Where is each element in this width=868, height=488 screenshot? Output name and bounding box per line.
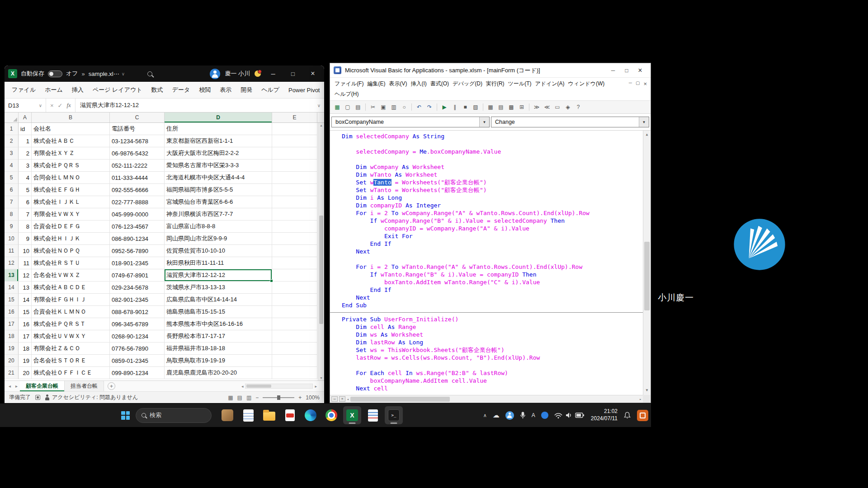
cell[interactable]: 秋田県秋田市11-11-11 [165,257,272,269]
whats-new-bulb-icon[interactable] [255,70,261,77]
cell[interactable]: 合同会社ＬＭＮＯ [32,172,110,184]
undo-icon[interactable]: ↶ [415,103,424,112]
row-header-11[interactable]: 11 [5,245,19,257]
close-button[interactable] [305,66,321,82]
cell[interactable] [272,233,317,245]
cell[interactable]: 6 [19,196,32,208]
hscroll-right-icon[interactable]: ▸ [315,384,317,389]
restore-button[interactable] [620,65,633,76]
menu-ファイル(F)[interactable]: ファイル(F) [333,79,365,89]
widgets-icon[interactable] [218,406,236,424]
cell[interactable]: 4 [19,172,32,184]
zoom-in-button[interactable]: + [298,394,302,401]
row-header-20[interactable]: 20 [5,355,19,367]
chevron-down-icon[interactable]: ▼ [479,117,489,127]
search-icon[interactable] [147,71,152,76]
menu-表示(V)[interactable]: 表示(V) [387,79,409,89]
cell[interactable]: 092-555-6666 [110,184,165,196]
hscroll-thumb[interactable] [350,397,450,402]
ribbon-tab-挿入[interactable]: 挿入 [67,83,88,97]
outdent-icon[interactable]: ≪ [542,103,552,112]
cell[interactable] [272,172,317,184]
cell[interactable]: 有限会社ＸＹＺ [32,147,110,160]
user-avatar[interactable] [210,69,220,79]
cell[interactable] [272,184,317,196]
onedrive-cloud-icon[interactable]: ☁ [493,411,500,419]
cell[interactable]: 20 [19,367,32,379]
toolbox-icon[interactable]: ⊞ [517,103,526,112]
row-header-4[interactable]: 4 [5,160,19,172]
cell[interactable] [272,269,317,282]
cell[interactable]: 有限会社ＶＷＸＹ [32,208,110,221]
row-header-6[interactable]: 6 [5,184,19,196]
workbook-title[interactable]: sample.xl⋯ ∨ [89,70,125,77]
sheet-nav-right-icon[interactable]: ▸ [13,384,20,389]
menu-アドイン(A)[interactable]: アドイン(A) [533,79,566,89]
cell[interactable]: 株式会社ＰＱＲＳ [32,160,110,172]
menu-編集(E)[interactable]: 編集(E) [365,79,387,89]
cell[interactable] [272,123,317,135]
row-header-19[interactable]: 19 [5,343,19,355]
row-header-1[interactable]: 1 [5,123,19,135]
cell[interactable]: 9 [19,233,32,245]
cell[interactable] [272,196,317,208]
cell[interactable]: 17 [19,330,32,343]
cell[interactable]: 14 [19,294,32,306]
comment-block-icon[interactable]: ▭ [553,103,562,112]
indent-icon[interactable]: ≫ [532,103,541,112]
cell[interactable]: 佐賀県佐賀市10-10-10 [165,245,272,257]
sheet-tab-顧客企業台帳[interactable]: 顧客企業台帳 [20,381,65,391]
cell[interactable]: 東京都新宿区西新宿1-1-1 [165,135,272,147]
insert-userform-icon[interactable]: ▢ [343,103,352,112]
code-vertical-scrollbar[interactable]: ▲ ▼ [643,131,651,395]
ribbon-tab-校閲[interactable]: 校閲 [194,83,215,97]
cell[interactable] [272,294,317,306]
cell[interactable]: 022-777-8888 [110,196,165,208]
accessibility-status[interactable]: アクセシビリティ: 問題ありません [52,394,138,401]
pdf-icon[interactable] [281,406,299,424]
cell[interactable]: 0952-56-7890 [110,245,165,257]
cell[interactable]: 大阪府大阪市北区梅田2-2-2 [165,147,272,160]
ribbon-tab-数式[interactable]: 数式 [147,83,168,97]
cell[interactable]: 岡山県岡山市北区9-9-9 [165,233,272,245]
formula-bar-expand-icon[interactable]: ∨ [314,103,324,108]
cell[interactable]: 12 [19,269,32,282]
minimize-button[interactable] [265,66,281,82]
cell[interactable]: 8 [19,221,32,233]
child-restore-button[interactable] [636,80,640,87]
paste-icon[interactable]: ▥ [389,103,398,112]
ribbon-tab-Power Pivot[interactable]: Power Pivot [284,84,324,96]
cell[interactable] [272,355,317,367]
cell[interactable]: 082-901-2345 [110,294,165,306]
restore-button[interactable] [285,66,301,82]
chrome-icon[interactable] [322,406,340,424]
child-close-button[interactable] [643,80,647,87]
row-header-14[interactable]: 14 [5,282,19,294]
insert-function-icon[interactable]: fx [67,102,71,109]
cell[interactable]: 7 [19,208,32,221]
page-break-view-icon[interactable]: ▥ [246,394,251,401]
cell[interactable]: 会社名 [32,123,110,135]
cell[interactable]: 株式会社ＰＱＲＳＴ [32,318,110,330]
ime-indicator[interactable]: A [532,412,535,418]
cell[interactable] [272,245,317,257]
add-sheet-button[interactable] [108,382,115,390]
cell[interactable]: 0749-67-8901 [110,269,165,282]
minimize-button[interactable] [606,65,620,76]
cancel-icon[interactable]: × [50,102,54,109]
cell[interactable] [272,160,317,172]
row-header-13[interactable]: 13 [5,269,19,282]
ribbon-tab-開発[interactable]: 開発 [236,83,257,97]
microphone-icon[interactable] [520,411,526,419]
menu-デバッグ(D)[interactable]: デバッグ(D) [451,79,484,89]
menu-挿入(I)[interactable]: 挿入(I) [409,79,428,89]
row-header-21[interactable]: 21 [5,367,19,379]
menu-ツール(T)[interactable]: ツール(T) [506,79,533,89]
row-header-12[interactable]: 12 [5,257,19,269]
cell[interactable]: 16 [19,318,32,330]
bookmark-icon[interactable]: ◈ [563,103,572,112]
cell[interactable]: 株式会社ＲＳＴＵ [32,257,110,269]
row-header-10[interactable]: 10 [5,233,19,245]
cell[interactable]: 19 [19,355,32,367]
cell[interactable]: 株式会社ＯＦＦＩＣＥ [32,367,110,379]
